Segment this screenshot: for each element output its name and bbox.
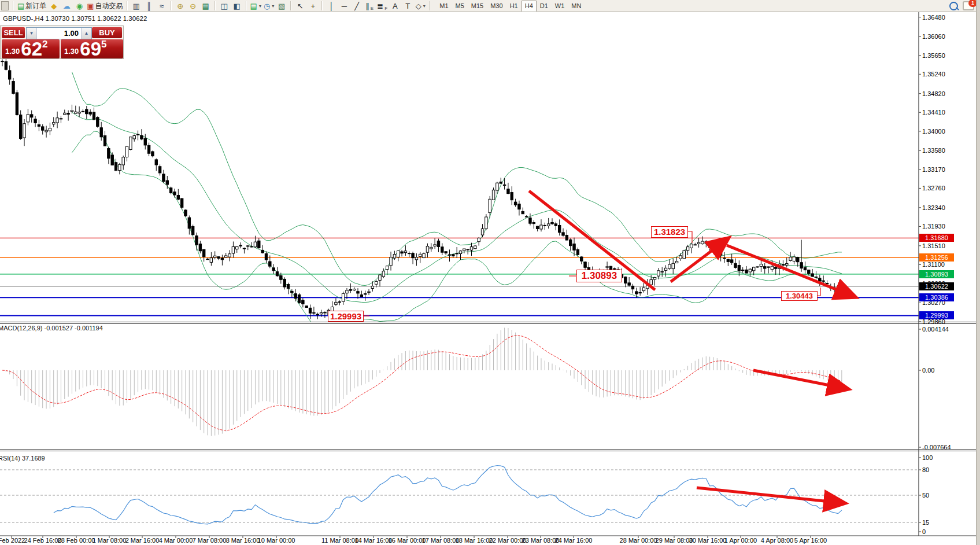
date-tick: 16 Mar 00:00 (389, 537, 426, 544)
mt4-window: ▤新订单◆☁◉▣自动交易▥║≈⊕⊖▦◫◧▤▾◷▾▧↖+│─╱∥E≣FAT◇▾ M… (0, 0, 980, 545)
volume-control: ▼ ▲ (26, 27, 92, 39)
chart-title: GBPUSD-,H4 1.30730 1.30751 1.30622 1.306… (3, 15, 147, 22)
indicator-tick: -0.007664 (922, 444, 951, 451)
date-tick: 4 Mar 00:00 (159, 537, 193, 544)
indicator-tick: 15 (922, 519, 929, 526)
sell-price-pip: 2 (42, 40, 47, 49)
price-annotation-1.30443[interactable]: 1.30443 (781, 291, 818, 301)
sell-price-big: 62 (21, 40, 42, 57)
price-tick: 1.34000 (922, 128, 945, 135)
macd-pane[interactable] (2, 327, 844, 436)
price-tick: 1.34410 (922, 109, 945, 116)
rsi-pane[interactable] (0, 466, 919, 524)
date-tick: 1 Mar 08:00 (93, 537, 127, 544)
price-tick: 1.31930 (922, 223, 945, 230)
macd-label: MACD(12,26,9) -0.001527 -0.001194 (0, 325, 103, 332)
price-tick: 1.35240 (922, 71, 945, 78)
volume-decrease-button[interactable]: ▼ (27, 28, 37, 39)
date-tick: 24 Feb 16:00 (24, 537, 62, 544)
date-tick: 1 Apr 00:00 (724, 537, 757, 544)
sell-price-display[interactable]: 1.30 62 2 (2, 39, 60, 58)
date-tick: 4 Apr 08:00 (761, 537, 793, 544)
date-tick: 2 Mar 16:00 (125, 537, 160, 544)
date-tick: 28 Feb 00:00 (58, 537, 95, 544)
indicator-tick: 0.004144 (922, 326, 949, 333)
date-tick: 8 Mar 16:00 (226, 537, 260, 544)
price-annotation-1.31823[interactable]: 1.31823 (651, 226, 688, 238)
rsi-line (54, 466, 842, 524)
date-tick: 28 Mar 00:00 (620, 537, 657, 544)
date-tick: 24 Mar 16:00 (555, 537, 593, 544)
date-tick: 30 Mar 16:00 (689, 537, 727, 544)
date-tick: 23 Mar 08:00 (522, 537, 560, 544)
annotation-leader (818, 288, 820, 296)
price-badge-1.30622: 1.30622 (919, 282, 954, 290)
price-chart-canvas[interactable] (0, 0, 980, 545)
rsi-label: RSI(14) 37.1689 (0, 455, 45, 462)
price-badge-1.30386: 1.30386 (919, 293, 954, 301)
price-tick: 1.32340 (922, 204, 945, 211)
volume-input[interactable] (37, 28, 81, 39)
volume-increase-button[interactable]: ▲ (81, 28, 91, 39)
indicator-tick: 0.00 (922, 367, 934, 374)
buy-button[interactable]: BUY (92, 27, 122, 38)
date-tick: 11 Mar 08:00 (321, 537, 358, 544)
date-tick: 5 Apr 16:00 (794, 537, 827, 544)
buy-price-pip: 5 (101, 40, 106, 49)
one-click-trade-panel: SELL ▼ ▲ BUY 1.30 62 2 1.30 69 5 (0, 25, 124, 59)
date-tick: 18 Mar 16:00 (456, 537, 493, 544)
price-badge-1.31680: 1.31680 (919, 234, 954, 242)
macd-signal-line (2, 336, 842, 430)
price-tick: 1.34820 (922, 90, 945, 97)
date-tick: 22 Mar 00:00 (489, 537, 527, 544)
price-tick: 1.33580 (922, 147, 945, 154)
date-tick: Feb 2022 (0, 537, 25, 544)
buy-price-display[interactable]: 1.30 69 5 (61, 39, 123, 58)
buy-price-prefix: 1.30 (64, 47, 79, 56)
price-tick: 1.36480 (922, 14, 945, 21)
price-badge-1.29993: 1.29993 (919, 311, 954, 319)
price-annotation-1.30893[interactable]: 1.30893 (576, 270, 622, 282)
date-tick: 10 Mar 00:00 (258, 537, 295, 544)
indicator-tick: 50 (922, 492, 929, 499)
price-tick: 1.33170 (922, 166, 945, 173)
price-tick: 1.31100 (922, 261, 945, 268)
trend-arrow[interactable] (671, 241, 725, 282)
price-tick: 1.32760 (922, 185, 945, 192)
date-tick: 7 Mar 08:00 (193, 537, 227, 544)
price-annotation-1.29993[interactable]: 1.29993 (328, 311, 364, 322)
annotation-leader (688, 231, 692, 243)
sell-button[interactable]: SELL (2, 27, 25, 38)
price-tick: 1.36060 (922, 33, 945, 40)
indicator-tick: 80 (922, 466, 929, 473)
date-tick: 17 Mar 08:00 (422, 537, 460, 544)
date-tick: 14 Mar 16:00 (355, 537, 393, 544)
price-tick: 1.31510 (922, 242, 945, 249)
price-badge-1.30893: 1.30893 (919, 270, 954, 278)
sell-price-prefix: 1.30 (5, 47, 20, 56)
indicator-tick: 100 (922, 454, 933, 461)
date-tick: 29 Mar 08:00 (656, 537, 693, 544)
price-tick: 1.35650 (922, 52, 945, 59)
bollinger-lower (72, 131, 842, 334)
price-badge-1.31256: 1.31256 (919, 253, 954, 262)
window-right-edge (976, 0, 980, 545)
buy-price-big: 69 (80, 40, 101, 57)
indicator-tick: 0 (922, 528, 926, 535)
